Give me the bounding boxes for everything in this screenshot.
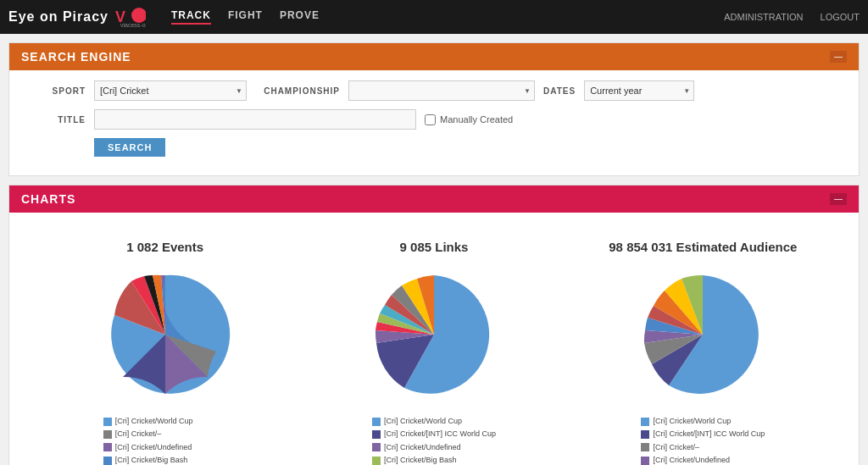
links-legend-color-1 bbox=[372, 418, 381, 426]
audience-legend-label-3: [Cri] Cricket/– bbox=[653, 441, 699, 454]
events-pie-svg bbox=[97, 267, 233, 402]
legend-label-2: [Cri] Cricket/– bbox=[115, 428, 162, 440]
legend-color-1 bbox=[103, 418, 112, 426]
title-label: TITLE bbox=[26, 115, 86, 125]
links-legend-color-2 bbox=[372, 430, 381, 439]
legend-item-4: [Cri] Cricket/Big Bash bbox=[103, 454, 227, 465]
legend-item-3: [Cri] Cricket/Undefined bbox=[103, 441, 227, 454]
audience-legend-item-3: [Cri] Cricket/– bbox=[641, 441, 765, 454]
charts-container: 1 082 Events bbox=[26, 223, 842, 465]
events-pie bbox=[97, 267, 233, 402]
main-content: SEARCH ENGINE — SPORT [Cri] Cricket CHAM… bbox=[0, 34, 868, 465]
charts-panel-body: 1 082 Events bbox=[9, 213, 859, 465]
audience-legend-color-2 bbox=[641, 430, 649, 439]
logo-text: Eye on Piracy bbox=[8, 9, 108, 25]
links-legend-item-2: [Cri] Cricket/[INT] ICC World Cup bbox=[372, 428, 496, 440]
links-pie bbox=[366, 267, 502, 402]
legend-label-4: [Cri] Cricket/Big Bash bbox=[115, 454, 188, 465]
legend-item-2: [Cri] Cricket/– bbox=[103, 428, 227, 440]
links-chart: 9 085 Links bbox=[303, 240, 564, 465]
audience-legend-label-4: [Cri] Cricket/Undefined bbox=[653, 454, 730, 465]
events-chart: 1 082 Events bbox=[35, 240, 295, 465]
search-panel-body: SPORT [Cri] Cricket CHAMPIONSHIP DATES bbox=[9, 70, 859, 175]
charts-panel-header: CHARTS — bbox=[9, 185, 859, 213]
audience-title: 98 854 031 Estimated Audience bbox=[609, 240, 797, 254]
audience-legend-label-2: [Cri] Cricket/[INT] ICC World Cup bbox=[653, 428, 765, 440]
charts-panel-toggle[interactable]: — bbox=[830, 193, 847, 205]
links-legend-label-2: [Cri] Cricket/[INT] ICC World Cup bbox=[384, 428, 496, 440]
audience-chart: 98 854 031 Estimated Audience bbox=[573, 240, 833, 465]
events-title: 1 082 Events bbox=[126, 240, 203, 254]
links-legend-color-3 bbox=[372, 443, 381, 451]
dates-select-wrapper: Current year bbox=[584, 80, 694, 101]
search-panel: SEARCH ENGINE — SPORT [Cri] Cricket CHAM… bbox=[8, 42, 860, 176]
nav-links: TRACK FIGHT PROVE bbox=[171, 9, 724, 25]
viacess-icon: V viacess-orca bbox=[115, 7, 146, 27]
nav-logout[interactable]: LOGOUT bbox=[821, 12, 860, 22]
title-input[interactable] bbox=[94, 109, 416, 130]
legend-label-3: [Cri] Cricket/Undefined bbox=[115, 441, 192, 454]
sport-label: SPORT bbox=[26, 86, 86, 96]
form-row-2: TITLE Manually Created bbox=[26, 109, 842, 130]
manually-created-label: Manually Created bbox=[440, 114, 513, 125]
audience-legend: [Cri] Cricket/World Cup [Cri] Cricket/[I… bbox=[641, 415, 765, 465]
nav-right: ADMINISTRATION LOGOUT bbox=[724, 12, 860, 22]
links-legend-color-4 bbox=[372, 457, 381, 465]
nav-track[interactable]: TRACK bbox=[171, 9, 211, 25]
nav-administration[interactable]: ADMINISTRATION bbox=[724, 12, 803, 22]
audience-legend-item-1: [Cri] Cricket/World Cup bbox=[641, 415, 765, 428]
header: Eye on Piracy V viacess-orca TRACK FIGHT… bbox=[0, 0, 868, 34]
svg-text:viacess-orca: viacess-orca bbox=[120, 22, 146, 27]
charts-panel-title: CHARTS bbox=[21, 192, 75, 206]
manually-created: Manually Created bbox=[425, 114, 513, 125]
championship-select[interactable] bbox=[348, 80, 535, 101]
links-legend: [Cri] Cricket/World Cup [Cri] Cricket/[I… bbox=[372, 415, 496, 465]
audience-legend-color-3 bbox=[641, 443, 649, 451]
legend-item-1: [Cri] Cricket/World Cup bbox=[103, 415, 227, 428]
search-button[interactable]: SEARCH bbox=[94, 138, 165, 157]
svg-point-1 bbox=[131, 8, 146, 23]
viacess-logo: V viacess-orca bbox=[115, 7, 146, 27]
dates-section: DATES Current year bbox=[543, 80, 694, 101]
audience-legend-item-4: [Cri] Cricket/Undefined bbox=[641, 454, 765, 465]
charts-panel: CHARTS — 1 082 Events bbox=[8, 185, 860, 465]
form-row-1: SPORT [Cri] Cricket CHAMPIONSHIP DATES bbox=[26, 80, 842, 101]
manually-created-checkbox[interactable] bbox=[425, 114, 436, 125]
links-legend-label-1: [Cri] Cricket/World Cup bbox=[384, 415, 462, 428]
sport-select[interactable]: [Cri] Cricket bbox=[94, 80, 247, 101]
legend-label-1: [Cri] Cricket/World Cup bbox=[115, 415, 193, 428]
search-panel-toggle[interactable]: — bbox=[830, 51, 847, 63]
search-panel-header: SEARCH ENGINE — bbox=[9, 43, 859, 70]
audience-legend-color-1 bbox=[641, 418, 649, 426]
championship-select-wrapper bbox=[348, 80, 535, 101]
championship-label: CHAMPIONSHIP bbox=[255, 86, 340, 96]
links-pie-svg bbox=[366, 267, 502, 402]
links-legend-item-3: [Cri] Cricket/Undefined bbox=[372, 441, 496, 454]
audience-legend-item-2: [Cri] Cricket/[INT] ICC World Cup bbox=[641, 428, 765, 440]
audience-pie-svg bbox=[635, 267, 771, 402]
dates-label: DATES bbox=[543, 86, 576, 96]
form-row-3: SEARCH bbox=[26, 138, 842, 157]
legend-color-3 bbox=[103, 443, 112, 451]
sport-select-wrapper: [Cri] Cricket bbox=[94, 80, 247, 101]
audience-pie bbox=[635, 267, 771, 402]
logo: Eye on Piracy V viacess-orca bbox=[8, 7, 146, 27]
links-title: 9 085 Links bbox=[400, 240, 469, 254]
audience-legend-color-4 bbox=[641, 457, 649, 465]
links-legend-label-4: [Cri] Cricket/Big Bash bbox=[384, 454, 457, 465]
nav-prove[interactable]: PROVE bbox=[280, 9, 320, 25]
legend-color-4 bbox=[103, 457, 112, 465]
events-legend: [Cri] Cricket/World Cup [Cri] Cricket/– … bbox=[103, 415, 227, 465]
search-panel-title: SEARCH ENGINE bbox=[21, 50, 131, 64]
dates-select[interactable]: Current year bbox=[584, 80, 694, 101]
nav-fight[interactable]: FIGHT bbox=[228, 9, 263, 25]
legend-color-2 bbox=[103, 430, 112, 439]
audience-legend-label-1: [Cri] Cricket/World Cup bbox=[653, 415, 731, 428]
links-legend-item-4: [Cri] Cricket/Big Bash bbox=[372, 454, 496, 465]
links-legend-item-1: [Cri] Cricket/World Cup bbox=[372, 415, 496, 428]
links-legend-label-3: [Cri] Cricket/Undefined bbox=[384, 441, 461, 454]
